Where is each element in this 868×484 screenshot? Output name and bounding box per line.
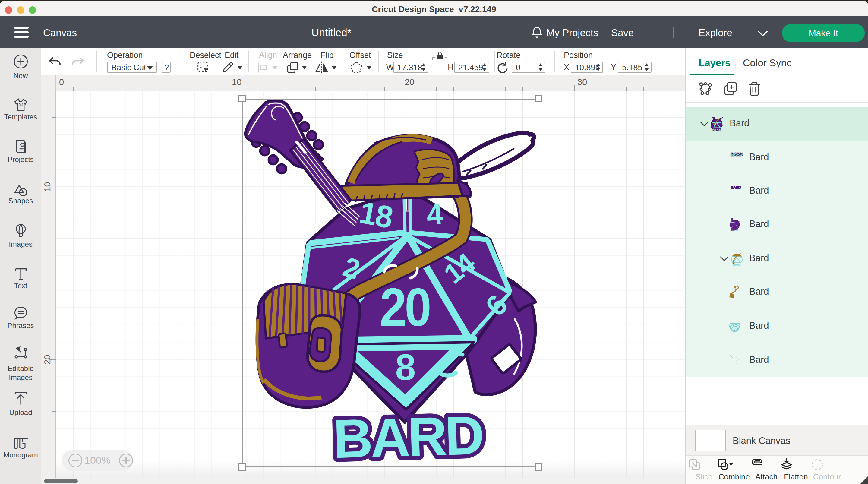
svg-text:BARD: BARD <box>731 229 738 231</box>
svg-text:BARD: BARD <box>731 152 743 157</box>
svg-text:20: 20 <box>733 325 736 328</box>
svg-text:BARD: BARD <box>713 129 720 131</box>
svg-text:BARD: BARD <box>733 263 741 266</box>
svg-text:BARD: BARD <box>731 185 741 190</box>
svg-text:8: 8 <box>734 329 735 331</box>
